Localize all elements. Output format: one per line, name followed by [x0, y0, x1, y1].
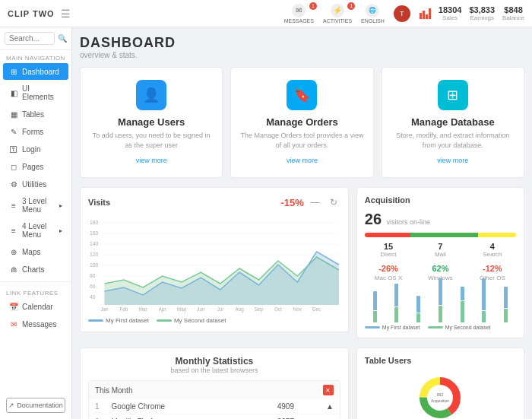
svg-text:Dec: Dec: [312, 306, 321, 312]
sidebar-item-label: 4 Level Menu: [22, 222, 55, 239]
sidebar-item-label: Login: [22, 145, 40, 154]
sidebar-item-forms[interactable]: ✎ Forms: [3, 123, 68, 140]
calendar-icon: 📅: [9, 302, 18, 311]
sidebar-item-label: Utilities: [22, 180, 46, 189]
chevron-right-icon: ▸: [59, 227, 62, 234]
this-month-close[interactable]: ✕: [323, 385, 334, 395]
svg-text:Apr: Apr: [159, 306, 167, 313]
documentation-button[interactable]: ↗ Documentation: [6, 398, 65, 413]
table-row: 1 Google Chrome 4909 ▲: [89, 399, 340, 414]
sidebar-item-4level[interactable]: ≡ 4 Level Menu ▸: [3, 218, 68, 243]
sidebar-item-label: Pages: [22, 163, 43, 171]
svg-text:Acquisition: Acquisition: [431, 398, 449, 403]
avatar[interactable]: T: [394, 5, 410, 22]
balance-stat: $848 Balance: [502, 5, 524, 21]
manage-database-icon: ⊞: [438, 80, 468, 110]
sidebar-item-ui-elements[interactable]: ◧ UI Elements: [3, 81, 68, 105]
chart-acquisition-section: Visits -15% — ↻ 180 160 140: [80, 187, 524, 338]
acquisition-bar-chart: [365, 284, 516, 322]
sidebar-item-maps[interactable]: ⊕ Maps: [3, 243, 68, 260]
sidebar-item-pages[interactable]: ◻ Pages: [3, 158, 68, 175]
manage-orders-card: 🔖 Manage Orders The Manage Orders tool p…: [230, 67, 373, 178]
mac-os-stat: -26% Mac OS X: [365, 264, 412, 281]
sidebar-item-login[interactable]: ⚿ Login: [3, 141, 68, 157]
svg-text:Jun: Jun: [197, 306, 205, 312]
visits-chart: 180 160 140 120 100 80 60 40: [88, 215, 340, 314]
svg-text:160: 160: [90, 230, 99, 236]
chart-legend: My First dataset My Second dataset: [88, 317, 340, 324]
sidebar-item-messages[interactable]: ✉ Messages: [3, 316, 68, 332]
visits-percent: -15%: [280, 197, 303, 208]
svg-marker-17: [104, 252, 338, 305]
manage-database-link[interactable]: view more: [437, 157, 468, 164]
svg-text:40: 40: [90, 294, 96, 300]
menu-icon[interactable]: ☰: [61, 8, 71, 20]
svg-text:120: 120: [90, 252, 99, 257]
earnings-stat: $3,833 Earnings: [469, 5, 495, 21]
sidebar-item-label: UI Elements: [22, 84, 62, 101]
visitors-label: visitors on-line: [386, 218, 430, 226]
minus-icon[interactable]: —: [309, 195, 322, 209]
charts-icon: ⋒: [9, 265, 18, 274]
manage-users-link[interactable]: view more: [136, 157, 167, 164]
table-users-panel: Table Users 892 Acquisition: [356, 348, 524, 419]
messages-icon-btn[interactable]: ✉1 MESSAGES: [284, 4, 314, 24]
manage-orders-icon: 🔖: [287, 80, 317, 110]
table-row: 2 Mozilla Firefox 3657 ▼: [89, 414, 340, 419]
direct-stat: 15 Direct: [365, 242, 412, 258]
sidebar-item-label: 3 Level Menu: [22, 197, 55, 214]
manage-orders-link[interactable]: view more: [287, 157, 318, 164]
utilities-icon: ⚙: [9, 179, 18, 189]
this-month-header[interactable]: This Month ✕: [89, 381, 340, 399]
messages-icon: ✉: [9, 319, 18, 329]
refresh-icon[interactable]: ↻: [327, 195, 340, 209]
sidebar-item-label: Maps: [22, 248, 40, 256]
activities-icon-btn[interactable]: ⚡1 ACTIVITIES: [323, 4, 352, 24]
donut-chart: 892 Acquisition: [413, 371, 467, 419]
sidebar-item-label: Messages: [22, 320, 57, 329]
sidebar-item-3level[interactable]: ≡ 3 Level Menu ▸: [3, 193, 68, 217]
doc-icon: ↗: [8, 402, 14, 409]
monthly-stats-title: Monthly Statistics: [88, 356, 340, 367]
svg-text:80: 80: [90, 273, 96, 278]
forms-icon: ✎: [9, 127, 18, 136]
ui-elements-icon: ◧: [9, 88, 18, 97]
search-stat: 4 Search: [469, 242, 516, 258]
visits-title: Visits: [88, 198, 110, 207]
svg-text:Sep: Sep: [255, 306, 264, 313]
manage-users-card: 👤 Manage Users To add users, you need to…: [80, 67, 223, 178]
acquisition-panel: Acquisition 26 visitors on-line 15: [356, 187, 524, 338]
svg-text:Nov: Nov: [293, 306, 302, 312]
sidebar-item-utilities[interactable]: ⚙ Utilities: [3, 176, 68, 192]
total-sales-stat: 18304 Sales: [439, 5, 462, 21]
sidebar-search-input[interactable]: [5, 32, 55, 45]
table-users-title: Table Users: [365, 356, 516, 365]
page-subtitle: overview & stats.: [80, 51, 524, 59]
sidebar-item-dashboard[interactable]: ⊞ Dashboard: [3, 63, 68, 80]
pages-icon: ◻: [9, 162, 18, 171]
acquisition-title: Acquisition: [365, 195, 410, 205]
mail-stat: 7 Mail: [416, 242, 464, 258]
manage-orders-desc: The Manage Orders tool provides a view o…: [240, 131, 363, 150]
sidebar-item-label: Charts: [22, 265, 44, 274]
tables-icon: ▦: [9, 110, 18, 119]
manage-database-title: Manage Database: [391, 116, 515, 128]
svg-text:60: 60: [90, 284, 96, 289]
svg-text:892: 892: [437, 392, 444, 397]
svg-text:180: 180: [90, 220, 99, 225]
sidebar-item-charts[interactable]: ⋒ Charts: [3, 261, 68, 278]
dashboard-icon: ⊞: [9, 67, 18, 76]
sidebar-item-tables[interactable]: ▦ Tables: [3, 106, 68, 122]
page-header: DASHBOARD overview & stats.: [80, 35, 524, 59]
sidebar: 🔍 MAIN NAVIGATION ⊞ Dashboard ◧ UI Eleme…: [0, 27, 72, 419]
language-selector[interactable]: 🌐 ENGLISH: [361, 4, 385, 24]
svg-text:100: 100: [90, 262, 99, 268]
sidebar-item-calendar[interactable]: 📅 Calendar: [3, 298, 68, 315]
svg-text:140: 140: [90, 241, 99, 246]
manage-users-icon: 👤: [136, 80, 166, 110]
monthly-stats-panel: Monthly Statistics based on the latest b…: [80, 348, 349, 419]
cards-row: 👤 Manage Users To add users, you need to…: [80, 67, 524, 178]
manage-database-card: ⊞ Manage Database Store, modify, and ext…: [382, 67, 524, 178]
acquisition-legend: My First dataset My Second dataset: [365, 325, 516, 330]
this-month-table: 1 Google Chrome 4909 ▲ 2 Mozilla Firefox…: [89, 399, 340, 419]
